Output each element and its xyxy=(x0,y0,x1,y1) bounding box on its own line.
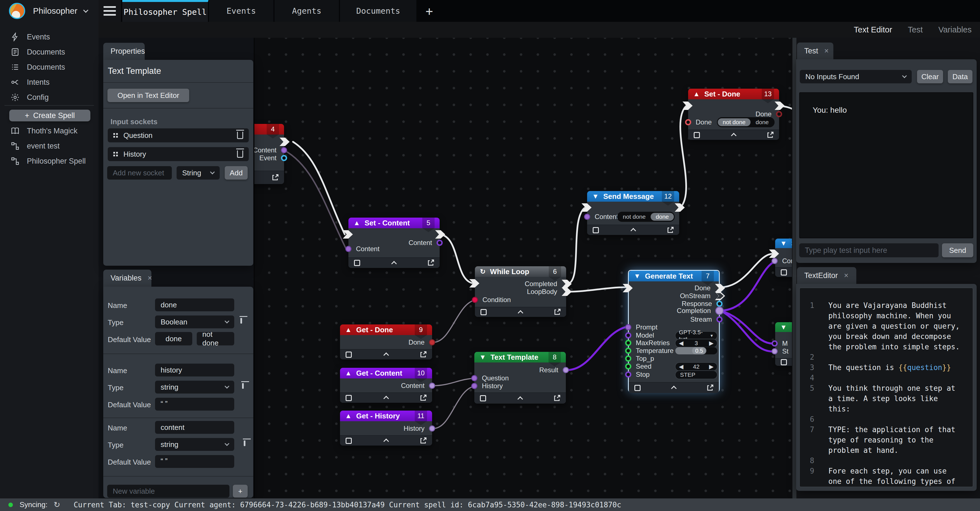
socket-model-input[interactable]: Model xyxy=(625,331,654,340)
collapse-icon[interactable] xyxy=(518,310,523,316)
socket-history-input[interactable]: History xyxy=(471,382,503,390)
collapse-icon[interactable] xyxy=(517,396,523,402)
sidebar-item-event-test[interactable]: event test xyxy=(0,139,99,153)
socket-temperature-input[interactable]: Temperature xyxy=(625,346,674,355)
delete-icon[interactable] xyxy=(237,151,243,158)
tab-documents[interactable]: Documents xyxy=(340,0,417,22)
socket-topp-input[interactable]: Top_p xyxy=(625,354,654,363)
socket-m-input[interactable]: M xyxy=(772,339,788,348)
tab-agents[interactable]: Agents xyxy=(275,0,339,22)
delete-variable-icon[interactable] xyxy=(242,383,244,389)
default-not-done-button[interactable]: not done xyxy=(197,332,234,346)
socket-content-input[interactable]: Content xyxy=(345,245,379,253)
done-toggle[interactable]: not donedone xyxy=(717,117,775,127)
default-done-button[interactable]: done xyxy=(155,332,192,346)
socket-maxretries-input[interactable]: MaxRetries xyxy=(625,339,670,347)
link-variables[interactable]: Variables xyxy=(938,25,972,34)
sidebar-item-events[interactable]: Events xyxy=(0,30,99,44)
content-toggle[interactable]: not donedone xyxy=(617,212,675,222)
socket-question-input[interactable]: Question xyxy=(471,374,509,382)
test-tab[interactable]: Test× xyxy=(797,43,834,59)
open-in-text-editor-button[interactable]: Open in Text Editor xyxy=(107,89,189,102)
close-icon[interactable]: × xyxy=(824,47,829,56)
code-editor[interactable]: 1You are Vajarayana Buddhist philosophy … xyxy=(799,287,973,487)
select-icon[interactable] xyxy=(635,385,641,391)
socket-stop-input[interactable]: Stop xyxy=(625,370,649,379)
close-icon[interactable]: × xyxy=(844,271,848,280)
open-icon[interactable] xyxy=(553,394,561,402)
node-clipped-green[interactable]: ▼ M St xyxy=(775,322,792,366)
socket-prompt-input[interactable]: Prompt xyxy=(625,323,657,332)
node-get-history[interactable]: ▲Get - History11 History xyxy=(340,411,432,446)
trigger-completed-output[interactable]: Completed xyxy=(525,280,572,288)
collapse-icon[interactable] xyxy=(383,438,389,444)
trigger-input[interactable] xyxy=(343,230,353,238)
add-socket-input[interactable] xyxy=(107,166,172,179)
drag-handle-icon[interactable] xyxy=(113,133,115,135)
new-tab-button[interactable]: + xyxy=(417,0,441,22)
node-generate-text[interactable]: ▼Generate Text7 Done OnStream Response C… xyxy=(628,270,720,392)
var-content-name-field[interactable]: content xyxy=(155,421,234,434)
sync-icon[interactable]: ↻ xyxy=(54,500,60,509)
trigger-loopbody-output[interactable]: LoopBody xyxy=(527,287,572,296)
socket-content-output[interactable]: Content xyxy=(409,238,443,247)
clear-button[interactable]: Clear xyxy=(917,70,943,83)
delete-variable-icon[interactable] xyxy=(240,318,242,324)
link-test[interactable]: Test xyxy=(908,25,923,34)
open-icon[interactable] xyxy=(766,131,774,139)
socket-event-output[interactable]: Event xyxy=(259,154,287,162)
texteditor-tab[interactable]: TextEditor× xyxy=(797,267,856,284)
temperature-slider[interactable]: 0.5 xyxy=(675,347,718,355)
collapse-icon[interactable] xyxy=(630,228,636,233)
sidebar-item-documents-2[interactable]: Documents xyxy=(0,60,99,75)
send-button[interactable]: Send xyxy=(942,243,973,257)
node-set-done[interactable]: ▲Set - Done13 Done Done not donedone xyxy=(688,89,779,140)
select-icon[interactable] xyxy=(694,132,700,138)
select-icon[interactable] xyxy=(781,269,787,276)
open-icon[interactable] xyxy=(271,174,279,181)
select-icon[interactable] xyxy=(345,438,352,444)
stop-field[interactable]: STEP xyxy=(675,370,718,379)
socket-content-input[interactable]: Conte xyxy=(772,257,792,265)
inputs-select[interactable]: No Inputs Found xyxy=(800,70,912,83)
tab-philosopher-spell[interactable]: Philosopher Spell xyxy=(122,0,208,22)
create-spell-button[interactable]: + Create Spell xyxy=(9,110,91,121)
hamburger-menu-button[interactable] xyxy=(99,0,121,22)
play-test-input[interactable] xyxy=(799,243,939,257)
close-icon[interactable]: × xyxy=(148,274,152,282)
trigger-done-output[interactable]: Done xyxy=(695,284,725,292)
trigger-output[interactable] xyxy=(280,138,290,146)
node-get-done[interactable]: ▲Get - Done9 Done xyxy=(340,324,432,359)
var-done-name-field[interactable]: done xyxy=(155,298,234,311)
socket-stream-output[interactable]: Stream xyxy=(690,315,722,324)
node-get-content[interactable]: ▲Get - Content10 Content xyxy=(340,368,432,403)
trigger-input[interactable] xyxy=(582,203,592,212)
collapse-icon[interactable] xyxy=(731,133,737,138)
var-history-type-select[interactable]: string xyxy=(155,381,234,394)
socket-st-input[interactable]: St xyxy=(772,347,789,355)
node-send-message[interactable]: ▼Send Message12 Content not donedone xyxy=(587,191,679,235)
socket-content-input[interactable]: Content xyxy=(584,213,618,221)
link-text-editor[interactable]: Text Editor xyxy=(854,25,892,34)
node-set-content[interactable]: ▲Set - Content5 Content Content xyxy=(348,217,440,268)
stepper-left[interactable]: ◀ xyxy=(679,363,683,370)
socket-completion-output[interactable]: Completion xyxy=(677,306,724,315)
seed-stepper[interactable]: ◀42▶ xyxy=(675,362,718,371)
collapse-icon[interactable] xyxy=(383,352,389,358)
add-socket-button[interactable]: Add xyxy=(225,166,248,179)
delete-variable-icon[interactable] xyxy=(244,441,245,446)
open-icon[interactable] xyxy=(666,226,674,234)
sidebar-item-intents[interactable]: Intents xyxy=(0,75,99,89)
socket-seed-input[interactable]: Seed xyxy=(625,362,651,371)
select-icon[interactable] xyxy=(480,309,487,315)
stepper-right[interactable]: ▶ xyxy=(709,340,714,346)
open-icon[interactable] xyxy=(419,437,427,445)
trigger-output[interactable] xyxy=(775,102,785,110)
var-done-type-select[interactable]: Boolean xyxy=(155,316,234,328)
node-text-template[interactable]: ▼Text Template8 Result Question History xyxy=(474,352,566,404)
open-icon[interactable] xyxy=(419,394,427,402)
trigger-onstream-output[interactable]: OnStream xyxy=(680,292,725,300)
maxretries-stepper[interactable]: ◀3▶ xyxy=(675,339,718,348)
properties-tab[interactable]: Properties xyxy=(103,43,145,60)
select-icon[interactable] xyxy=(480,395,486,402)
